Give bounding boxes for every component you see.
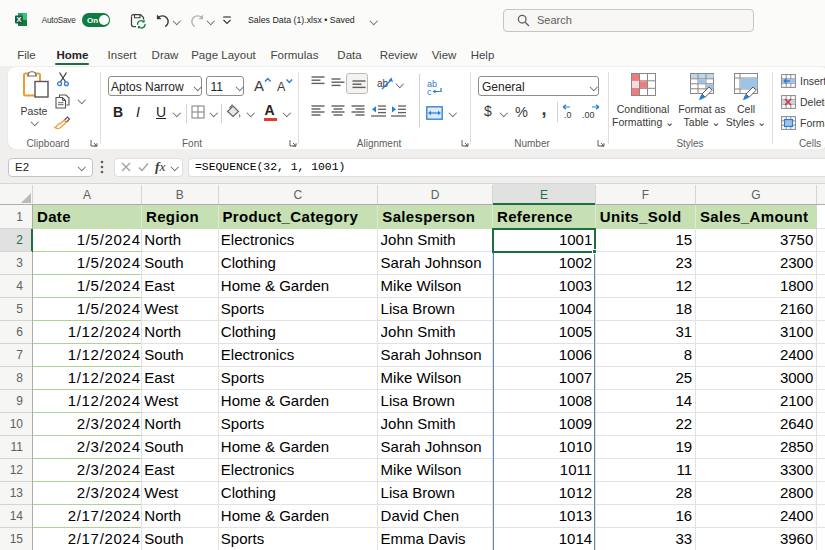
svg-text:.00: .00 <box>582 110 595 120</box>
svg-text:A: A <box>277 80 286 94</box>
svg-text:A: A <box>254 77 264 94</box>
svg-text:c: c <box>427 87 432 97</box>
svg-text:.0: .0 <box>564 110 572 120</box>
svg-text:X: X <box>16 15 21 24</box>
